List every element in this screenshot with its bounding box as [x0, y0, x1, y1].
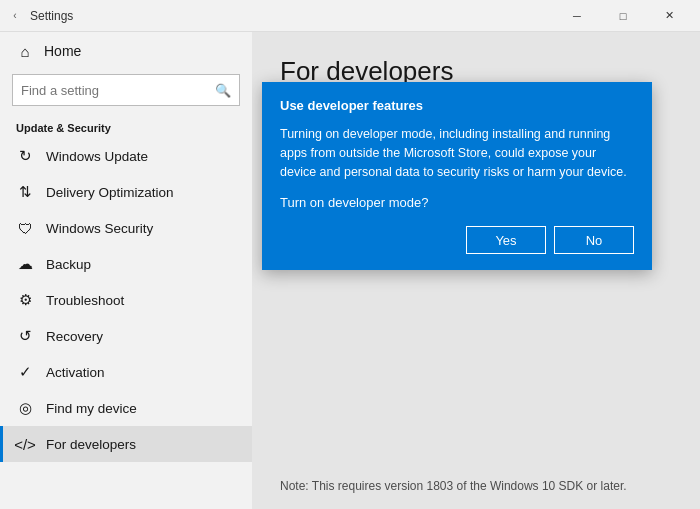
sidebar-item-label: Backup	[46, 257, 91, 272]
sidebar-item-label: Delivery Optimization	[46, 185, 174, 200]
sidebar-item-label: Activation	[46, 365, 105, 380]
no-button[interactable]: No	[554, 226, 634, 254]
recovery-icon: ↺	[16, 327, 34, 345]
search-input[interactable]	[21, 83, 215, 98]
title-bar: ‹ Settings ─ □ ✕	[0, 0, 700, 32]
activation-icon: ✓	[16, 363, 34, 381]
content-area: For developers These settings are intend…	[252, 32, 700, 509]
sidebar-item-label: Windows Security	[46, 221, 153, 236]
dialog-question: Turn on developer mode?	[280, 195, 634, 210]
backup-icon: ☁	[16, 255, 34, 273]
sidebar-item-activation[interactable]: ✓ Activation	[0, 354, 252, 390]
search-icon: 🔍	[215, 83, 231, 98]
search-box[interactable]: 🔍	[12, 74, 240, 106]
dialog-overlay: Use developer features Turning on develo…	[252, 32, 700, 509]
find-my-device-icon: ◎	[16, 399, 34, 417]
sidebar-section-title: Update & Security	[0, 114, 252, 138]
back-button[interactable]: ‹	[8, 9, 22, 23]
sidebar-item-find-my-device[interactable]: ◎ Find my device	[0, 390, 252, 426]
sidebar-item-label: Find my device	[46, 401, 137, 416]
sidebar-item-for-developers[interactable]: </> For developers	[0, 426, 252, 462]
sidebar: ⌂ Home 🔍 Update & Security ↻ Windows Upd…	[0, 32, 252, 509]
sidebar-item-label: Recovery	[46, 329, 103, 344]
window-controls: ─ □ ✕	[554, 0, 692, 32]
home-icon: ⌂	[16, 42, 34, 60]
sidebar-item-windows-security[interactable]: 🛡 Windows Security	[0, 210, 252, 246]
delivery-optimization-icon: ⇅	[16, 183, 34, 201]
maximize-button[interactable]: □	[600, 0, 646, 32]
sidebar-item-troubleshoot[interactable]: ⚙ Troubleshoot	[0, 282, 252, 318]
sidebar-item-backup[interactable]: ☁ Backup	[0, 246, 252, 282]
dialog-title: Use developer features	[280, 98, 634, 113]
sidebar-item-label: Windows Update	[46, 149, 148, 164]
sidebar-item-delivery-optimization[interactable]: ⇅ Delivery Optimization	[0, 174, 252, 210]
close-button[interactable]: ✕	[646, 0, 692, 32]
title-bar-controls: ‹	[8, 9, 22, 23]
troubleshoot-icon: ⚙	[16, 291, 34, 309]
sidebar-item-label: Troubleshoot	[46, 293, 124, 308]
main-container: ⌂ Home 🔍 Update & Security ↻ Windows Upd…	[0, 32, 700, 509]
dialog-body: Turning on developer mode, including ins…	[280, 125, 634, 181]
sidebar-item-recovery[interactable]: ↺ Recovery	[0, 318, 252, 354]
sidebar-item-label: For developers	[46, 437, 136, 452]
windows-security-icon: 🛡	[16, 219, 34, 237]
minimize-button[interactable]: ─	[554, 0, 600, 32]
for-developers-icon: </>	[16, 435, 34, 453]
title-bar-title: Settings	[30, 9, 73, 23]
windows-update-icon: ↻	[16, 147, 34, 165]
dialog-box: Use developer features Turning on develo…	[262, 82, 652, 270]
sidebar-home[interactable]: ⌂ Home	[0, 32, 252, 70]
home-label: Home	[44, 43, 81, 59]
sidebar-item-windows-update[interactable]: ↻ Windows Update	[0, 138, 252, 174]
yes-button[interactable]: Yes	[466, 226, 546, 254]
dialog-buttons: Yes No	[280, 226, 634, 254]
